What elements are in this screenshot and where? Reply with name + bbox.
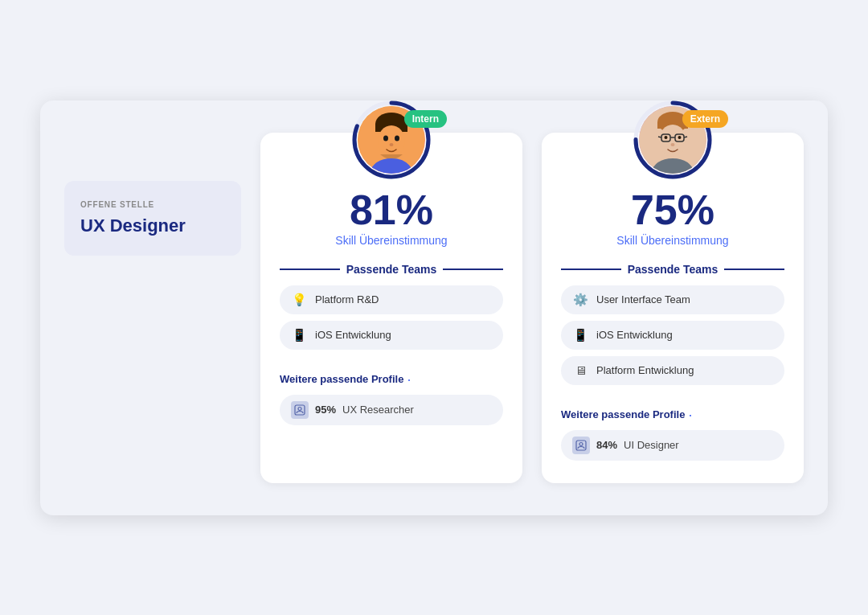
further-section-extern: Weitere passende Profile · 84% UI Design…	[561, 408, 784, 461]
avatar-wrapper-extern: Extern	[637, 104, 709, 176]
team-chip-name-extern-2: Platform Entwicklung	[596, 364, 694, 376]
further-icon-extern-0	[572, 437, 590, 454]
avatar-ring-extern: Extern	[637, 104, 709, 176]
further-role-intern-0: UX Researcher	[342, 404, 414, 416]
teams-title-intern: Passende Teams	[346, 263, 437, 276]
team-chip-icon-intern-0: 💡	[291, 292, 307, 308]
job-card-label: OFFENE STELLE	[80, 200, 225, 209]
svg-point-26	[579, 442, 583, 445]
team-chip-extern-2: 🖥 Platform Entwicklung	[561, 356, 784, 385]
further-dots-intern: ·	[407, 372, 411, 387]
main-container: OFFENE STELLE UX Designer	[40, 100, 828, 515]
further-item-extern-0: 84% UI Designer	[561, 430, 784, 461]
teams-list-intern: 💡 Platform R&D 📱 iOS Entwicklung	[280, 285, 503, 350]
svg-point-10	[298, 407, 301, 410]
team-chip-name-extern-1: iOS Entwicklung	[596, 329, 673, 341]
team-chip-intern-1: 📱 iOS Entwicklung	[280, 321, 503, 350]
further-dots-extern: ·	[688, 408, 692, 422]
team-chip-icon-extern-0: ⚙️	[572, 292, 588, 308]
further-title-extern: Weitere passende Profile	[561, 408, 685, 420]
section-line-right-extern	[724, 269, 784, 270]
profile-card-intern: Intern 81% Skill Übereinstimmung Passend…	[260, 133, 522, 483]
team-chip-name-extern-0: User Interface Team	[596, 293, 690, 305]
match-label-extern: Skill Übereinstimmung	[616, 234, 728, 247]
team-chip-icon-intern-1: 📱	[291, 327, 307, 343]
badge-extern: Extern	[682, 110, 728, 128]
job-card-title: UX Designer	[80, 215, 225, 236]
further-title-intern: Weitere passende Profile	[280, 373, 403, 385]
match-percent-intern: 81%	[350, 189, 433, 231]
further-header-intern: Weitere passende Profile ·	[280, 372, 503, 387]
further-role-extern-0: UI Designer	[624, 439, 679, 451]
team-chip-intern-0: 💡 Platform R&D	[280, 285, 503, 314]
teams-header-extern: Passende Teams	[561, 263, 784, 276]
further-header-extern: Weitere passende Profile ·	[561, 408, 784, 422]
further-icon-intern-0	[291, 401, 309, 419]
badge-intern: Intern	[404, 110, 447, 128]
section-line-left-intern	[280, 269, 340, 270]
avatar-wrapper-intern: Intern	[355, 104, 428, 176]
profile-cards: Intern 81% Skill Übereinstimmung Passend…	[260, 133, 804, 483]
team-chip-extern-1: 📱 iOS Entwicklung	[561, 321, 784, 350]
profile-card-extern: Extern 75% Skill Übereinstimmung Passend…	[542, 133, 804, 483]
further-section-intern: Weitere passende Profile · 95% UX Resear…	[280, 372, 503, 425]
teams-title-extern: Passende Teams	[628, 263, 719, 276]
team-chip-name-intern-0: Platform R&D	[315, 293, 379, 305]
further-item-intern-0: 95% UX Researcher	[280, 395, 503, 425]
section-line-right-intern	[443, 269, 503, 270]
avatar-ring-intern: Intern	[355, 104, 428, 176]
teams-list-extern: ⚙️ User Interface Team 📱 iOS Entwicklung…	[561, 285, 784, 385]
match-label-intern: Skill Übereinstimmung	[335, 234, 447, 247]
team-chip-icon-extern-1: 📱	[572, 327, 588, 343]
teams-header-intern: Passende Teams	[280, 263, 503, 276]
section-line-left-extern	[561, 269, 621, 270]
match-percent-extern: 75%	[631, 189, 714, 231]
team-chip-extern-0: ⚙️ User Interface Team	[561, 285, 784, 314]
further-percent-extern-0: 84%	[596, 439, 617, 451]
team-chip-icon-extern-2: 🖥	[572, 363, 588, 379]
further-percent-intern-0: 95%	[315, 404, 336, 416]
team-chip-name-intern-1: iOS Entwicklung	[315, 329, 391, 341]
job-card: OFFENE STELLE UX Designer	[64, 181, 241, 256]
